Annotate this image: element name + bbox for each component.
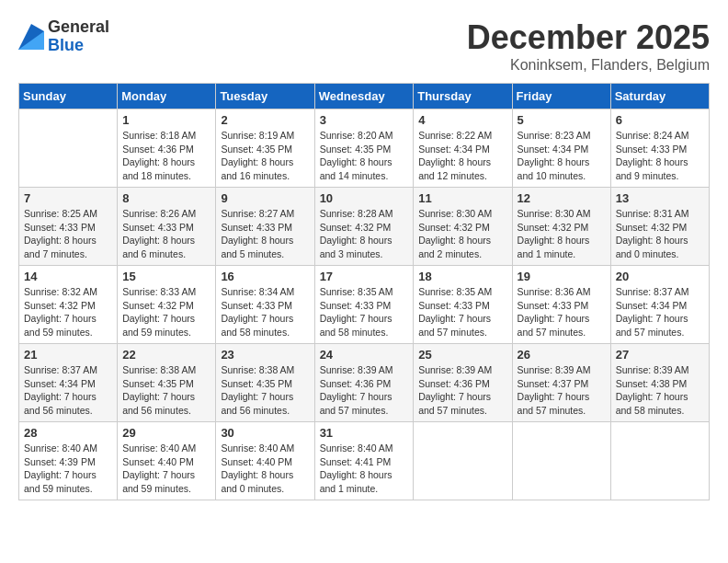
calendar-table: SundayMondayTuesdayWednesdayThursdayFrid… — [18, 83, 710, 500]
calendar-cell: 13Sunrise: 8:31 AMSunset: 4:32 PMDayligh… — [610, 188, 709, 266]
calendar-cell: 26Sunrise: 8:39 AMSunset: 4:37 PMDayligh… — [512, 344, 610, 422]
day-info: Sunrise: 8:32 AMSunset: 4:32 PMDaylight:… — [24, 285, 112, 339]
calendar-cell: 19Sunrise: 8:36 AMSunset: 4:33 PMDayligh… — [512, 266, 610, 344]
day-info: Sunrise: 8:24 AMSunset: 4:33 PMDaylight:… — [616, 129, 704, 183]
calendar-cell: 21Sunrise: 8:37 AMSunset: 4:34 PMDayligh… — [19, 344, 118, 422]
calendar-cell — [19, 109, 118, 188]
calendar-cell — [414, 422, 512, 500]
day-number: 14 — [24, 270, 112, 283]
day-info: Sunrise: 8:31 AMSunset: 4:32 PMDaylight:… — [616, 207, 704, 261]
day-number: 15 — [122, 270, 210, 283]
day-number: 12 — [518, 191, 606, 205]
day-number: 8 — [122, 191, 210, 205]
calendar-cell: 25Sunrise: 8:39 AMSunset: 4:36 PMDayligh… — [414, 344, 512, 422]
calendar-cell — [512, 422, 610, 500]
day-info: Sunrise: 8:37 AMSunset: 4:34 PMDaylight:… — [616, 285, 704, 339]
day-info: Sunrise: 8:40 AMSunset: 4:39 PMDaylight:… — [24, 442, 112, 496]
day-number: 18 — [418, 270, 506, 283]
day-number: 10 — [320, 191, 409, 205]
calendar-cell: 24Sunrise: 8:39 AMSunset: 4:36 PMDayligh… — [314, 344, 414, 422]
day-info: Sunrise: 8:35 AMSunset: 4:33 PMDaylight:… — [320, 285, 409, 339]
day-number: 6 — [616, 113, 704, 127]
day-info: Sunrise: 8:38 AMSunset: 4:35 PMDaylight:… — [122, 363, 210, 418]
calendar-cell: 14Sunrise: 8:32 AMSunset: 4:32 PMDayligh… — [19, 266, 118, 344]
day-info: Sunrise: 8:38 AMSunset: 4:35 PMDaylight:… — [221, 363, 309, 418]
day-info: Sunrise: 8:19 AMSunset: 4:35 PMDaylight:… — [221, 129, 309, 183]
day-header-saturday: Saturday — [610, 84, 709, 109]
logo-blue: Blue — [48, 37, 109, 55]
day-number: 31 — [320, 426, 409, 440]
day-info: Sunrise: 8:23 AMSunset: 4:34 PMDaylight:… — [518, 129, 606, 183]
day-number: 5 — [518, 113, 606, 127]
week-row: 1Sunrise: 8:18 AMSunset: 4:36 PMDaylight… — [19, 109, 710, 188]
day-number: 1 — [122, 113, 210, 127]
day-info: Sunrise: 8:40 AMSunset: 4:40 PMDaylight:… — [122, 442, 210, 496]
day-number: 20 — [616, 270, 704, 283]
day-number: 4 — [418, 113, 506, 127]
day-number: 25 — [418, 348, 506, 362]
calendar-cell: 15Sunrise: 8:33 AMSunset: 4:32 PMDayligh… — [118, 266, 216, 344]
day-info: Sunrise: 8:30 AMSunset: 4:32 PMDaylight:… — [518, 207, 606, 261]
day-header-tuesday: Tuesday — [216, 84, 314, 109]
day-info: Sunrise: 8:39 AMSunset: 4:37 PMDaylight:… — [518, 363, 606, 418]
day-info: Sunrise: 8:35 AMSunset: 4:33 PMDaylight:… — [418, 285, 506, 339]
day-info: Sunrise: 8:34 AMSunset: 4:33 PMDaylight:… — [221, 285, 309, 339]
calendar-cell: 18Sunrise: 8:35 AMSunset: 4:33 PMDayligh… — [414, 266, 512, 344]
week-row: 14Sunrise: 8:32 AMSunset: 4:32 PMDayligh… — [19, 266, 710, 344]
logo-general: General — [48, 18, 109, 37]
day-info: Sunrise: 8:33 AMSunset: 4:32 PMDaylight:… — [122, 285, 210, 339]
day-info: Sunrise: 8:26 AMSunset: 4:33 PMDaylight:… — [122, 207, 210, 261]
day-header-monday: Monday — [118, 84, 216, 109]
month-title: December 2025 — [467, 18, 710, 57]
day-number: 28 — [24, 426, 112, 440]
day-number: 27 — [616, 348, 704, 362]
calendar-cell: 4Sunrise: 8:22 AMSunset: 4:34 PMDaylight… — [414, 109, 512, 188]
title-area: December 2025 Koninksem, Flanders, Belgi… — [467, 18, 710, 74]
day-number: 30 — [221, 426, 309, 440]
day-number: 29 — [122, 426, 210, 440]
calendar-cell: 3Sunrise: 8:20 AMSunset: 4:35 PMDaylight… — [314, 109, 414, 188]
calendar-cell: 11Sunrise: 8:30 AMSunset: 4:32 PMDayligh… — [414, 188, 512, 266]
day-header-sunday: Sunday — [19, 84, 118, 109]
day-info: Sunrise: 8:20 AMSunset: 4:35 PMDaylight:… — [320, 129, 409, 183]
day-info: Sunrise: 8:39 AMSunset: 4:36 PMDaylight:… — [418, 363, 506, 418]
calendar-cell: 9Sunrise: 8:27 AMSunset: 4:33 PMDaylight… — [216, 188, 314, 266]
day-header-friday: Friday — [512, 84, 610, 109]
logo-text: General Blue — [48, 18, 109, 55]
day-info: Sunrise: 8:36 AMSunset: 4:33 PMDaylight:… — [518, 285, 606, 339]
calendar-cell: 22Sunrise: 8:38 AMSunset: 4:35 PMDayligh… — [118, 344, 216, 422]
calendar-cell — [610, 422, 709, 500]
day-number: 19 — [518, 270, 606, 283]
day-number: 2 — [221, 113, 309, 127]
week-row: 7Sunrise: 8:25 AMSunset: 4:33 PMDaylight… — [19, 188, 710, 266]
day-info: Sunrise: 8:39 AMSunset: 4:36 PMDaylight:… — [320, 363, 409, 418]
calendar-cell: 28Sunrise: 8:40 AMSunset: 4:39 PMDayligh… — [19, 422, 118, 500]
calendar-cell: 12Sunrise: 8:30 AMSunset: 4:32 PMDayligh… — [512, 188, 610, 266]
header: General Blue December 2025 Koninksem, Fl… — [18, 18, 710, 74]
day-number: 16 — [221, 270, 309, 283]
day-info: Sunrise: 8:39 AMSunset: 4:38 PMDaylight:… — [616, 363, 704, 418]
calendar-cell: 6Sunrise: 8:24 AMSunset: 4:33 PMDaylight… — [610, 109, 709, 188]
calendar-cell: 7Sunrise: 8:25 AMSunset: 4:33 PMDaylight… — [19, 188, 118, 266]
subtitle: Koninksem, Flanders, Belgium — [467, 57, 710, 74]
calendar-cell: 5Sunrise: 8:23 AMSunset: 4:34 PMDaylight… — [512, 109, 610, 188]
calendar-cell: 27Sunrise: 8:39 AMSunset: 4:38 PMDayligh… — [610, 344, 709, 422]
day-number: 3 — [320, 113, 409, 127]
day-number: 23 — [221, 348, 309, 362]
calendar-cell: 31Sunrise: 8:40 AMSunset: 4:41 PMDayligh… — [314, 422, 414, 500]
day-info: Sunrise: 8:40 AMSunset: 4:40 PMDaylight:… — [221, 442, 309, 496]
day-info: Sunrise: 8:25 AMSunset: 4:33 PMDaylight:… — [24, 207, 112, 261]
day-number: 26 — [518, 348, 606, 362]
calendar-cell: 1Sunrise: 8:18 AMSunset: 4:36 PMDaylight… — [118, 109, 216, 188]
header-row: SundayMondayTuesdayWednesdayThursdayFrid… — [19, 84, 710, 109]
week-row: 21Sunrise: 8:37 AMSunset: 4:34 PMDayligh… — [19, 344, 710, 422]
calendar-cell: 23Sunrise: 8:38 AMSunset: 4:35 PMDayligh… — [216, 344, 314, 422]
day-number: 22 — [122, 348, 210, 362]
day-info: Sunrise: 8:27 AMSunset: 4:33 PMDaylight:… — [221, 207, 309, 261]
day-number: 9 — [221, 191, 309, 205]
calendar-cell: 10Sunrise: 8:28 AMSunset: 4:32 PMDayligh… — [314, 188, 414, 266]
day-info: Sunrise: 8:30 AMSunset: 4:32 PMDaylight:… — [418, 207, 506, 261]
calendar-cell: 20Sunrise: 8:37 AMSunset: 4:34 PMDayligh… — [610, 266, 709, 344]
day-header-thursday: Thursday — [414, 84, 512, 109]
calendar-cell: 17Sunrise: 8:35 AMSunset: 4:33 PMDayligh… — [314, 266, 414, 344]
